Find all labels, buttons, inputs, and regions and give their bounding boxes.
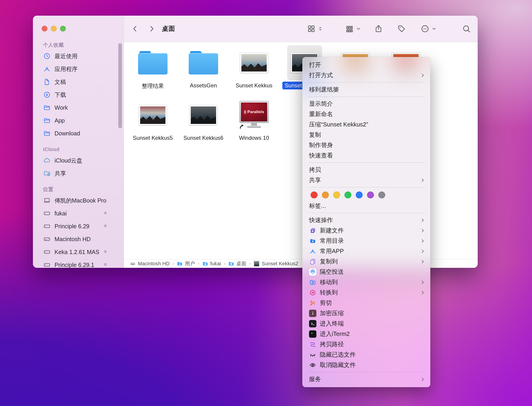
file-item[interactable]: Sunset Kekkus6 xyxy=(178,98,229,150)
sidebar-item-下载[interactable]: 下载 xyxy=(33,88,124,101)
menu-item[interactable]: 打开 xyxy=(302,60,430,70)
menu-item-label: 隐藏已选文件 xyxy=(320,351,356,359)
menu-item[interactable]: 标签... xyxy=(302,201,430,211)
file-item[interactable]: Sunset Kekkus xyxy=(229,45,279,98)
menu-item-label: 服务 xyxy=(309,375,321,383)
menu-item[interactable]: 压缩“Sunset Kekkus2” xyxy=(302,119,430,130)
path-item-label: 桌面 xyxy=(236,260,246,267)
search-icon[interactable] xyxy=(462,22,471,35)
folder-home-icon xyxy=(202,261,208,267)
more-icon[interactable] xyxy=(421,22,429,35)
context-menu: 打开打开方式移到废纸篓显示简介重新命名压缩“Sunset Kekkus2”复制制… xyxy=(302,57,430,387)
file-item[interactable]: Sunset Kekkus5 xyxy=(127,98,178,150)
sidebar-item-principle-6.29[interactable]: Principle 6.29 xyxy=(33,220,124,233)
eject-icon[interactable] xyxy=(102,261,108,268)
forward-button[interactable] xyxy=(146,23,157,34)
tag-color-swatch[interactable] xyxy=(311,191,318,198)
file-item[interactable]: AssetsGen xyxy=(178,45,229,98)
tag-color-swatch[interactable] xyxy=(333,191,340,198)
group-by-icon[interactable] xyxy=(345,22,354,35)
sidebar-item-app[interactable]: App xyxy=(33,114,124,127)
path-item[interactable]: 用户 xyxy=(177,260,195,267)
menu-item[interactable]: 取消隐藏文件 xyxy=(302,360,430,370)
document-icon xyxy=(43,78,51,86)
view-updown-icon[interactable] xyxy=(318,22,323,35)
eject-icon[interactable] xyxy=(102,248,108,256)
menu-item[interactable]: 打开方式 xyxy=(302,70,430,80)
path-separator: › xyxy=(224,261,225,267)
airdrop-icon xyxy=(309,268,316,276)
menu-item[interactable]: 重新命名 xyxy=(302,109,430,119)
chevron-right-icon xyxy=(420,228,425,233)
chevron-down-icon[interactable] xyxy=(431,22,437,35)
menu-item[interactable]: 隔空投送 xyxy=(302,267,430,277)
menu-item[interactable]: 快速查看 xyxy=(302,150,430,161)
menu-item[interactable]: 新建文件 xyxy=(302,225,430,236)
disk-icon xyxy=(43,261,51,268)
sidebar: 个人收藏最近使用应用程序文稿下载WorkAppDownloadiCloudiCl… xyxy=(33,16,124,268)
menu-item[interactable]: 制作替身 xyxy=(302,140,430,150)
menu-item-label: 拷贝 xyxy=(309,166,321,174)
sidebar-item-macintosh-hd[interactable]: Macintosh HD xyxy=(33,233,124,246)
sidebar-item-文稿[interactable]: 文稿 xyxy=(33,75,124,88)
sidebar-item-共享[interactable]: 共享 xyxy=(33,167,124,180)
menu-item[interactable]: 复制 xyxy=(302,130,430,140)
menu-item-label: 剪切 xyxy=(320,299,332,307)
menu-item[interactable]: 常用APP xyxy=(302,246,430,256)
sidebar-item-icloud云盘[interactable]: iCloud云盘 xyxy=(33,154,124,167)
menu-item[interactable]: 剪切 xyxy=(302,298,430,308)
sidebar-item-最近使用[interactable]: 最近使用 xyxy=(33,50,124,63)
menu-divider xyxy=(308,213,425,213)
menu-item[interactable]: 显示简介 xyxy=(302,99,430,109)
path-item[interactable]: Macintosh HD xyxy=(130,261,170,267)
menu-item[interactable]: 快速操作 xyxy=(302,215,430,225)
share-icon[interactable] xyxy=(374,22,383,35)
sidebar-scrollbar[interactable] xyxy=(118,43,122,128)
tag-color-swatch[interactable] xyxy=(378,191,385,198)
back-button[interactable] xyxy=(130,23,140,34)
menu-item[interactable]: 移到废纸篓 xyxy=(302,84,430,95)
eject-icon[interactable] xyxy=(102,210,108,217)
eject-icon[interactable] xyxy=(102,223,108,230)
menu-item[interactable]: 常用目录 xyxy=(302,236,430,246)
sidebar-item-work[interactable]: Work xyxy=(33,101,124,114)
tag-color-swatch[interactable] xyxy=(322,191,329,198)
sidebar-item-傅凯的macbook-pro[interactable]: 傅凯的MacBook Pro xyxy=(33,194,124,207)
menu-item[interactable]: 加密压缩 xyxy=(302,308,430,319)
menu-item[interactable]: 拷贝 xyxy=(302,165,430,175)
menu-item[interactable]: 共享 xyxy=(302,175,430,185)
view-grid-icon[interactable] xyxy=(307,22,316,35)
chevron-down-icon[interactable] xyxy=(356,22,361,35)
path-item[interactable]: fukai xyxy=(202,261,221,267)
path-item[interactable]: 桌面 xyxy=(228,260,246,267)
menu-item[interactable]: 复制到 xyxy=(302,256,430,267)
menu-item-label: 快速查看 xyxy=(309,152,333,160)
sidebar-item-应用程序[interactable]: 应用程序 xyxy=(33,63,124,75)
tag-color-swatch[interactable] xyxy=(356,191,363,198)
file-item[interactable]: 整理结果 xyxy=(127,45,178,98)
sidebar-item-keka-1.2.61-mas[interactable]: Keka 1.2.61 MAS xyxy=(33,246,124,258)
menu-divider xyxy=(308,372,425,372)
sidebar-item-principle-6.29.1[interactable]: Principle 6.29.1 xyxy=(33,258,124,268)
menu-item[interactable]: 隐藏已选文件 xyxy=(302,349,430,360)
tag-icon[interactable] xyxy=(397,22,406,35)
tag-color-swatch[interactable] xyxy=(367,191,374,198)
file-name: AssetsGen xyxy=(188,82,219,89)
minimize-button[interactable] xyxy=(51,26,57,31)
sidebar-item-download[interactable]: Download xyxy=(33,127,124,140)
disk-icon xyxy=(43,210,51,217)
menu-item[interactable]: 拷贝路径 xyxy=(302,339,430,349)
menu-item[interactable]: 移动到 xyxy=(302,277,430,287)
menu-item[interactable]: 服务 xyxy=(302,374,430,384)
sidebar-item-fukai[interactable]: fukai xyxy=(33,207,124,220)
tag-color-swatch[interactable] xyxy=(344,191,351,198)
path-item[interactable]: Sunset Kekkus2 xyxy=(254,261,298,267)
file-item[interactable]: || ParallelsWindows 10 xyxy=(229,98,279,150)
menu-item[interactable]: 转换到 xyxy=(302,287,430,298)
zoom-button[interactable] xyxy=(60,26,66,31)
file-icon: || Parallels xyxy=(236,98,272,133)
chevron-right-icon xyxy=(420,377,425,382)
menu-item[interactable]: 进入iTerm2 xyxy=(302,329,430,339)
menu-item[interactable]: 进入终端 xyxy=(302,319,430,329)
close-button[interactable] xyxy=(42,26,47,31)
